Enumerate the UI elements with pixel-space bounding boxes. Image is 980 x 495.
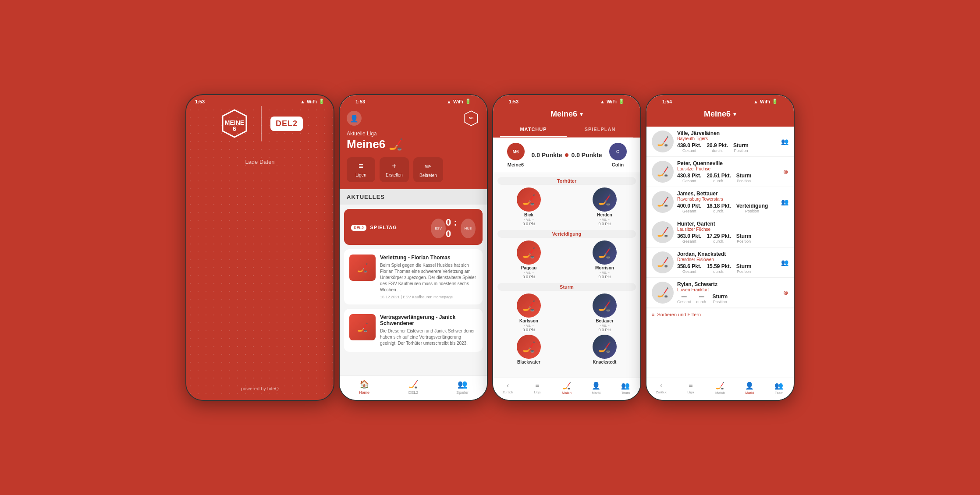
nav3-liga[interactable]: ≡ Liga [522, 382, 552, 395]
karlsson-name: Karlsson [519, 318, 538, 323]
news-meta-1: 16.12.2021 | ESV Kaufbeuren Homepage [380, 295, 477, 299]
spieltag-label: SPIELTAG [370, 225, 397, 230]
screen-4: 1:54 ▲ WiFi 🔋 Meine6 ▾ 🏒 Ville, Järveläi… [646, 94, 795, 401]
player0-avatar: 🏒 [652, 131, 674, 152]
logos-container: MEINE 6 DEL2 [217, 106, 303, 141]
matchup-score-left: 0.0 Punkte [531, 152, 562, 159]
svg-text:M6: M6 [469, 116, 474, 120]
pageau-name: Pageau [521, 265, 537, 270]
nav3-markt[interactable]: 👤 Markt [582, 382, 611, 395]
news-card-2[interactable]: 🏒 Vertragsverlängerung - Janick Schwende… [344, 309, 483, 352]
nav4-markt[interactable]: 👤 Markt [735, 382, 764, 395]
player0-name: Ville, Järveläinen [677, 130, 778, 136]
time-4: 1:54 [662, 99, 672, 104]
matchup-team1: M6 Meine6 [500, 143, 531, 167]
team1-name: Meine6 [508, 162, 524, 167]
herden-name: Herden [597, 212, 612, 217]
nav3-back[interactable]: ‹ Zurück [493, 382, 522, 395]
player-herden[interactable]: 🏒 Herden - vs. - 0.0 Pkt [573, 187, 636, 226]
nav-spieler[interactable]: 👥 Spieler [438, 379, 487, 395]
player5-info: Rylan, Schwartz Löwen Frankfurt — Gesamt… [677, 281, 780, 304]
nav-home[interactable]: 🏠 Home [340, 379, 389, 395]
nav4-team[interactable]: 👥 Team [764, 382, 794, 395]
ligen-button[interactable]: ≡ Ligen [347, 157, 375, 182]
player-morrison[interactable]: 🏒 Morrison - vs. - 0.0 Pkt [573, 240, 636, 279]
player-knackstedt[interactable]: 🏒 Knackstedt [573, 335, 636, 364]
meine6-mini-logo: M6 [462, 110, 480, 127]
status-bar-1: 1:53 ▲ WiFi 🔋 [186, 95, 334, 106]
player4-icon: 👥 [781, 259, 788, 266]
verteidigung-label: Verteidigung [497, 230, 636, 238]
player4-info: Jordan, Knackstedt Dresdner Eislöwen 358… [677, 251, 778, 274]
player1-icon: ⊗ [783, 168, 788, 175]
tab-spielplan[interactable]: SPIELPLAN [567, 122, 633, 137]
screen2-body: AKTUELLES DEL2 SPIELTAG ESV 0 : 0 HUS 🏒 … [340, 189, 487, 375]
team2-name: Colin [612, 162, 624, 167]
player4-avatar: 🏒 [652, 251, 674, 273]
player-item-0[interactable]: 🏒 Ville, Järveläinen Bayreuth Tigers 439… [646, 127, 794, 157]
logo-divider [261, 106, 262, 141]
player-bick[interactable]: 🏒 Bick - vs. - 0.0 Pkt [497, 187, 560, 226]
nav4-liga[interactable]: ≡ Liga [676, 382, 705, 395]
player-item-3[interactable]: 🏒 Hunter, Garlent Lausitzer Füchse 363.0… [646, 217, 794, 248]
svg-text:6: 6 [233, 125, 236, 132]
nav3-match[interactable]: 🏒 Match [552, 382, 581, 395]
player-item-2[interactable]: 🏒 James, Bettauer Ravensburg Towerstars … [646, 187, 794, 217]
beitreten-button[interactable]: ✏ Beitreten [413, 157, 443, 182]
sturm-label: Sturm [497, 283, 636, 291]
nav3-team[interactable]: 👥 Team [611, 382, 640, 395]
player-row-bick-herden: 🏒 Bick - vs. - 0.0 Pkt 🏒 Herden - vs. - … [497, 187, 636, 226]
tab-matchup[interactable]: MATCHUP [500, 122, 567, 137]
matchup-team2: C Colin [602, 143, 633, 167]
player-item-4[interactable]: 🏒 Jordan, Knackstedt Dresdner Eislöwen 3… [646, 248, 794, 278]
loading-text: Lade Daten [245, 159, 274, 165]
news-title-1: Verletzung - Florian Thomas [380, 255, 477, 261]
herden-pts: 0.0 Pkt [598, 222, 611, 226]
player0-team: Bayreuth Tigers [677, 136, 778, 141]
bick-name: Bick [524, 212, 533, 217]
player-item-1[interactable]: 🏒 Peter, Quenneville Lausitzer Füchse 43… [646, 157, 794, 187]
player0-info: Ville, Järveläinen Bayreuth Tigers 439.0… [677, 130, 778, 153]
bottom-nav-2: 🏠 Home 🏒 DEL2 👥 Spieler [340, 375, 487, 400]
away-team-logo: HUS [461, 219, 476, 238]
screen4-title: Meine6 ▾ [653, 106, 787, 122]
section-verteidigung: Verteidigung 🏒 Pageau - vs. - 0.0 Pkt 🏒 … [497, 230, 636, 279]
section-torhueter: Torhüter 🏒 Bick - vs. - 0.0 Pkt 🏒 Herden [497, 177, 636, 226]
player-pageau[interactable]: 🏒 Pageau - vs. - 0.0 Pkt [497, 240, 560, 279]
player-item-5[interactable]: 🏒 Rylan, Schwartz Löwen Frankfurt — Gesa… [646, 278, 794, 308]
screen3-top: 1:53 ▲ WiFi 🔋 Meine6 ▾ MATCHUP SPIELPLAN [493, 95, 640, 138]
meine6-logo: MEINE 6 [217, 106, 252, 141]
player-karlsson[interactable]: 🏒 Karlsson - vs. - 0.0 Pkt [497, 293, 560, 332]
del2-logo: DEL2 [270, 117, 303, 131]
screen2-top: 1:53 ▲ WiFi 🔋 👤 M6 Aktuelle Liga Meine6 … [340, 95, 487, 189]
player-blackwater[interactable]: 🏒 Blackwater [497, 335, 560, 364]
aktuelles-header: AKTUELLES [340, 189, 487, 205]
morrison-name: Morrison [595, 265, 614, 270]
player2-info: James, Bettauer Ravensburg Towerstars 40… [677, 191, 778, 213]
player2-avatar: 🏒 [652, 191, 674, 213]
powered-text: powered by biteQ [241, 386, 279, 400]
screen4-top: 1:54 ▲ WiFi 🔋 Meine6 ▾ [646, 95, 794, 127]
screen2-header: 👤 M6 [347, 106, 480, 131]
sort-bar[interactable]: ≡ Sortieren und Filtern [646, 308, 794, 321]
player-bettauer[interactable]: 🏒 Bettauer - vs. - 0.0 Pkt [573, 293, 636, 332]
bettauer-name: Bettauer [596, 318, 614, 323]
screen3-body: M6 Meine6 0.0 Punkte 0.0 Punkte C Colin … [493, 138, 640, 378]
nav4-back[interactable]: ‹ Zurück [646, 382, 676, 395]
spieltag-card[interactable]: DEL2 SPIELTAG ESV 0 : 0 HUS [344, 209, 483, 245]
status-bar-2: 1:53 ▲ WiFi 🔋 [347, 95, 480, 106]
knackstedt-name: Knackstedt [593, 360, 617, 364]
news-card-1[interactable]: 🏒 Verletzung - Florian Thomas Beim Spiel… [344, 249, 483, 304]
aktuelle-liga-label: Aktuelle Liga [347, 131, 480, 137]
news-body-1: Beim Spiel gegen die Kassel Huskies hat … [380, 262, 477, 293]
player1-avatar: 🏒 [652, 161, 674, 183]
news-content-1: Verletzung - Florian Thomas Beim Spiel g… [380, 255, 477, 299]
news-content-2: Vertragsverlängerung - Janick Schwendene… [380, 314, 477, 346]
erstellen-button[interactable]: + Erstellen [380, 157, 409, 182]
nav-del2[interactable]: 🏒 DEL2 [389, 379, 438, 395]
matchup-header: M6 Meine6 0.0 Punkte 0.0 Punkte C Colin [493, 138, 640, 173]
user-avatar[interactable]: 👤 [347, 111, 362, 126]
status-icons-1: ▲ WiFi 🔋 [300, 99, 325, 104]
news-img-2: 🏒 [349, 314, 376, 340]
nav4-match[interactable]: 🏒 Match [705, 382, 735, 395]
